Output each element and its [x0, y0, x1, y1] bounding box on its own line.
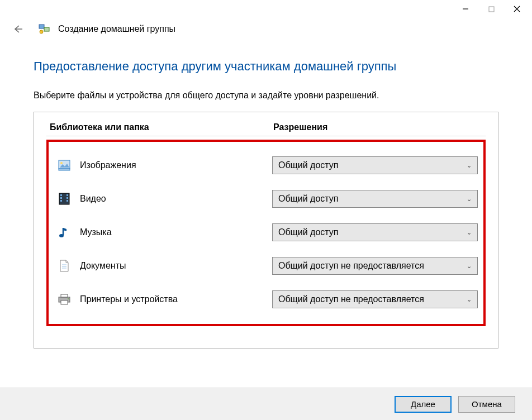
row-documents: Документы Общий доступ не предоставляетс…: [54, 249, 478, 283]
svg-point-9: [60, 162, 63, 164]
select-value: Общий доступ не предоставляется: [278, 261, 424, 271]
svg-rect-22: [61, 294, 68, 297]
window-title: Создание домашней группы: [58, 24, 175, 34]
row-label: Принтеры и устройства: [80, 294, 272, 304]
chevron-down-icon: ⌄: [467, 296, 472, 303]
table-header: Библиотека или папка Разрешения: [46, 122, 486, 136]
row-video: Видео Общий доступ ⌄: [54, 182, 478, 216]
close-button[interactable]: [504, 1, 530, 17]
svg-rect-1: [489, 7, 494, 12]
svg-point-24: [68, 298, 69, 299]
row-label: Видео: [80, 194, 272, 204]
permission-select-video[interactable]: Общий доступ ⌄: [272, 190, 478, 208]
permission-select-documents[interactable]: Общий доступ не предоставляется ⌄: [272, 257, 478, 275]
music-icon: [58, 226, 71, 239]
row-label: Музыка: [80, 227, 272, 237]
printers-icon: [58, 293, 71, 306]
permission-select-printers[interactable]: Общий доступ не предоставляется ⌄: [272, 290, 478, 308]
col-permission-header: Разрешения: [270, 122, 486, 132]
col-library-header: Библиотека или папка: [46, 122, 270, 132]
pictures-icon: [58, 159, 71, 172]
row-label: Изображения: [80, 160, 272, 170]
documents-icon: [58, 259, 71, 273]
highlight-annotation: Изображения Общий доступ ⌄ Видео Общий д…: [46, 140, 486, 326]
next-button[interactable]: Далее: [395, 396, 452, 413]
chevron-down-icon: ⌄: [467, 229, 472, 236]
content-area: Предоставление доступа другим участникам…: [0, 42, 532, 349]
svg-rect-5: [44, 27, 49, 31]
svg-rect-11: [60, 194, 62, 196]
svg-point-6: [40, 30, 43, 34]
row-printers: Принтеры и устройства Общий доступ не пр…: [54, 283, 478, 316]
row-music: Музыка Общий доступ ⌄: [54, 216, 478, 249]
chevron-down-icon: ⌄: [467, 162, 472, 169]
chevron-down-icon: ⌄: [467, 195, 472, 203]
svg-rect-13: [60, 200, 62, 202]
row-label: Документы: [80, 261, 272, 271]
page-instruction: Выберите файлы и устройства для общего д…: [34, 90, 498, 101]
select-value: Общий доступ: [278, 160, 339, 170]
cancel-button[interactable]: Отмена: [458, 396, 515, 413]
titlebar: [0, 0, 532, 18]
minimize-button[interactable]: [453, 1, 478, 17]
select-value: Общий доступ не предоставляется: [278, 294, 424, 304]
svg-point-17: [59, 234, 64, 237]
svg-rect-14: [66, 194, 68, 196]
footer-bar: Далее Отмена: [0, 388, 532, 420]
row-pictures: Изображения Общий доступ ⌄: [54, 149, 478, 182]
permissions-panel: Библиотека или папка Разрешения Изображе…: [34, 112, 498, 349]
homegroup-icon: [38, 23, 50, 35]
svg-rect-8: [59, 169, 70, 170]
svg-rect-23: [61, 300, 68, 304]
page-heading: Предоставление доступа другим участникам…: [34, 59, 498, 74]
permission-select-music[interactable]: Общий доступ ⌄: [272, 223, 478, 241]
svg-rect-12: [60, 197, 62, 199]
permission-select-pictures[interactable]: Общий доступ ⌄: [272, 156, 478, 174]
maximize-button[interactable]: [478, 1, 504, 17]
wizard-header: Создание домашней группы: [0, 18, 532, 42]
select-value: Общий доступ: [278, 227, 339, 237]
back-arrow-icon[interactable]: [11, 22, 25, 36]
svg-rect-15: [66, 197, 68, 199]
video-icon: [58, 192, 71, 206]
select-value: Общий доступ: [278, 194, 339, 204]
svg-rect-4: [39, 25, 44, 28]
svg-rect-16: [66, 200, 68, 202]
chevron-down-icon: ⌄: [467, 262, 472, 270]
